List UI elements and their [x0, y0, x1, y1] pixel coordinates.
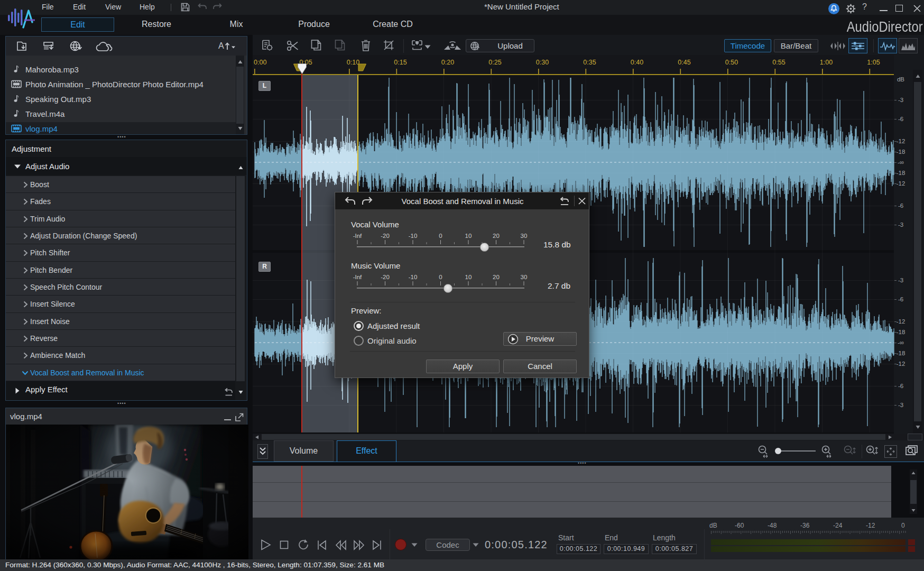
svg-text:1:05: 1:05 — [867, 59, 880, 66]
svg-text:-3: -3 — [898, 222, 903, 228]
svg-text:0:40: 0:40 — [631, 59, 643, 66]
svg-text:-6: -6 — [898, 296, 903, 302]
svg-text:-18: -18 — [897, 350, 905, 356]
svg-text:0: 0 — [439, 233, 442, 239]
svg-text:0:30: 0:30 — [536, 59, 549, 66]
svg-text:-20: -20 — [381, 233, 390, 239]
svg-text:0:15: 0:15 — [394, 59, 406, 66]
svg-text:0:45: 0:45 — [678, 59, 690, 66]
svg-text:-10: -10 — [409, 274, 418, 280]
svg-text:-3: -3 — [898, 277, 903, 283]
svg-text:-6: -6 — [898, 116, 903, 122]
svg-text:0:00: 0:00 — [254, 59, 266, 66]
svg-text:-Inf: -Inf — [353, 274, 362, 280]
svg-text:0:20: 0:20 — [441, 59, 454, 66]
svg-text:0:50: 0:50 — [725, 59, 738, 66]
svg-text:-Inf: -Inf — [353, 233, 362, 239]
svg-text:1:00: 1:00 — [820, 59, 833, 66]
svg-text:-18: -18 — [897, 329, 905, 335]
svg-text:10: 10 — [465, 274, 472, 280]
svg-text:-6: -6 — [898, 383, 903, 389]
svg-text:0:55: 0:55 — [772, 59, 785, 66]
svg-text:-12: -12 — [897, 318, 905, 325]
svg-text:-20: -20 — [381, 274, 390, 280]
svg-text:-12: -12 — [897, 361, 905, 367]
svg-text:-3: -3 — [898, 402, 903, 408]
svg-text:0:35: 0:35 — [583, 59, 596, 66]
svg-text:-18: -18 — [897, 149, 905, 155]
svg-text:0:10: 0:10 — [347, 59, 359, 66]
svg-text:-∞: -∞ — [898, 339, 904, 346]
svg-text:30: 30 — [521, 233, 528, 239]
svg-text:-12: -12 — [897, 180, 905, 187]
svg-text:-12: -12 — [897, 138, 905, 144]
svg-text:-6: -6 — [898, 202, 903, 209]
svg-text:20: 20 — [493, 233, 500, 239]
svg-text:0: 0 — [439, 274, 442, 280]
svg-text:-∞: -∞ — [898, 159, 904, 165]
svg-text:-18: -18 — [897, 170, 905, 176]
svg-text:20: 20 — [493, 274, 500, 280]
svg-text:10: 10 — [465, 233, 472, 239]
svg-text:dB: dB — [897, 76, 904, 82]
svg-text:30: 30 — [521, 274, 528, 280]
svg-text:0:25: 0:25 — [488, 59, 501, 66]
svg-text:-3: -3 — [898, 97, 903, 103]
svg-text:-10: -10 — [409, 233, 418, 239]
